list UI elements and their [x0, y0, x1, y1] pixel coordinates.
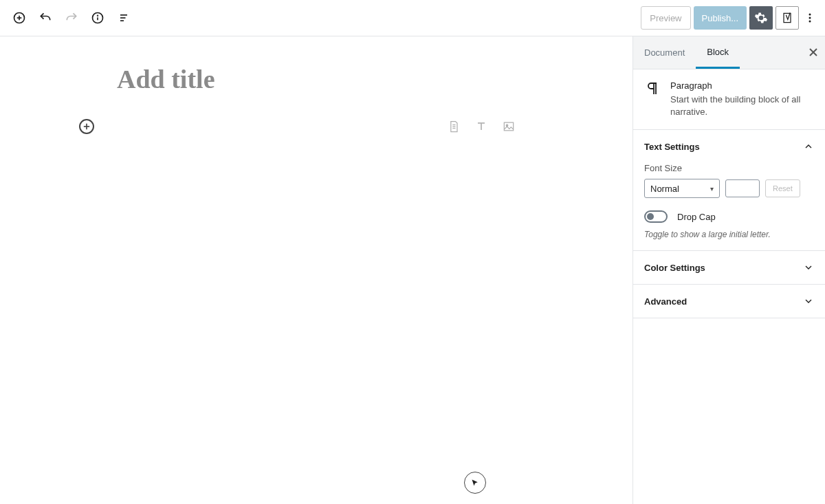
- settings-sidebar: Document Block Paragraph Start with the …: [632, 36, 825, 504]
- panel-head-advanced[interactable]: Advanced: [633, 285, 825, 318]
- plus-icon: [83, 123, 90, 130]
- add-block-button[interactable]: [7, 6, 32, 30]
- panel-advanced: Advanced: [633, 285, 825, 318]
- drop-cap-toggle[interactable]: [644, 210, 668, 223]
- svg-rect-19: [504, 122, 513, 131]
- main-area: Add title Document Block Paragraph Sta: [0, 36, 825, 504]
- block-description: Paragraph Start with the building block …: [633, 69, 825, 130]
- svg-point-10: [809, 17, 811, 19]
- chevron-down-icon: [803, 296, 814, 307]
- block-navigation-button[interactable]: [111, 6, 136, 30]
- yoast-icon: [780, 11, 794, 25]
- block-type-desc: Start with the building block of all nar…: [670, 94, 814, 118]
- chevron-down-icon: [803, 262, 814, 273]
- redo-icon: [65, 11, 78, 25]
- paragraph-icon: [644, 80, 661, 97]
- yoast-button[interactable]: [776, 6, 799, 30]
- font-size-label: Font Size: [644, 163, 814, 173]
- undo-button[interactable]: [33, 6, 58, 30]
- list-icon: [117, 11, 131, 25]
- text-icon: [474, 120, 488, 133]
- info-button[interactable]: [85, 6, 110, 30]
- svg-point-9: [809, 14, 811, 16]
- panel-title-text-settings: Text Settings: [644, 142, 700, 152]
- drop-cap-label: Drop Cap: [677, 212, 716, 222]
- inline-add-block-button[interactable]: [79, 119, 94, 134]
- font-size-number-input[interactable]: [725, 179, 760, 197]
- drop-cap-help: Toggle to show a large initial letter.: [644, 230, 814, 239]
- top-toolbar: Preview Publish...: [0, 0, 825, 36]
- panel-head-text-settings[interactable]: Text Settings: [633, 130, 825, 163]
- toolbar-left-group: [7, 6, 136, 30]
- info-icon: [91, 11, 104, 25]
- image-icon: [502, 120, 516, 133]
- close-sidebar-button[interactable]: [808, 46, 818, 61]
- block-type-title: Paragraph: [670, 80, 814, 91]
- tab-document[interactable]: Document: [633, 36, 696, 69]
- publish-button[interactable]: Publish...: [694, 6, 747, 30]
- kebab-icon: [803, 11, 817, 25]
- svg-point-5: [98, 15, 98, 16]
- empty-block-row: [0, 119, 632, 134]
- redo-button[interactable]: [59, 6, 84, 30]
- document-icon: [447, 120, 461, 133]
- font-size-select[interactable]: Normal: [644, 179, 720, 198]
- plus-circle-icon: [12, 11, 26, 25]
- inline-inserter-hints: [447, 120, 516, 133]
- font-size-row: Normal Reset: [644, 179, 814, 198]
- chevron-up-icon: [803, 141, 814, 152]
- gear-icon: [754, 11, 768, 25]
- post-title-input[interactable]: Add title: [117, 64, 632, 94]
- svg-point-11: [809, 21, 811, 23]
- panel-title-advanced: Advanced: [644, 296, 687, 307]
- settings-toggle-button[interactable]: [749, 6, 773, 30]
- tab-block[interactable]: Block: [696, 36, 740, 69]
- toolbar-right-group: Preview Publish...: [641, 6, 818, 30]
- panel-head-color-settings[interactable]: Color Settings: [633, 251, 825, 284]
- more-menu-button[interactable]: [802, 11, 818, 25]
- panel-color-settings: Color Settings: [633, 251, 825, 285]
- undo-icon: [38, 11, 52, 25]
- panel-body-text-settings: Font Size Normal Reset Drop Cap Toggle t…: [633, 163, 825, 250]
- font-size-reset-button[interactable]: Reset: [765, 179, 800, 197]
- editor-canvas: Add title: [0, 36, 632, 504]
- close-icon: [808, 47, 818, 57]
- panel-text-settings: Text Settings Font Size Normal Reset Dro…: [633, 130, 825, 251]
- panel-title-color-settings: Color Settings: [644, 263, 705, 273]
- drop-cap-row: Drop Cap: [644, 210, 814, 223]
- preview-button[interactable]: Preview: [641, 6, 690, 30]
- sidebar-tabs: Document Block: [633, 36, 825, 69]
